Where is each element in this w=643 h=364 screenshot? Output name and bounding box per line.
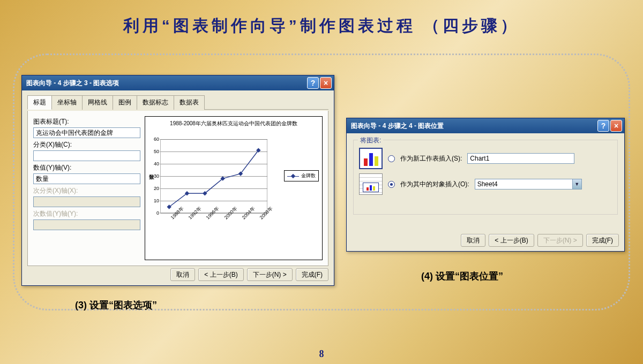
sheet-icon bbox=[359, 173, 383, 195]
label-as-object: 作为其中的对象插入(O): bbox=[400, 180, 469, 189]
help-button[interactable]: ? bbox=[307, 77, 319, 89]
tab-data-labels[interactable]: 数据标志 bbox=[137, 95, 174, 110]
label-new-sheet: 作为新工作表插入(S): bbox=[400, 154, 462, 163]
cancel-button[interactable]: 取消 bbox=[461, 234, 485, 247]
finish-button[interactable]: 完成(F) bbox=[586, 234, 619, 247]
legend-series-name: 金牌数 bbox=[301, 172, 316, 179]
input-x-axis[interactable] bbox=[33, 150, 140, 161]
close-button[interactable]: × bbox=[320, 77, 332, 89]
tab-axes[interactable]: 坐标轴 bbox=[51, 95, 83, 110]
tab-titles[interactable]: 标题 bbox=[27, 95, 52, 110]
tab-panel-titles: 图表标题(T): 分类(X)轴(C): 数值(Y)轴(V): 次分类(X)轴(X… bbox=[27, 111, 328, 266]
caption-step-4: (4) 设置“图表位置” bbox=[421, 270, 503, 283]
chart-preview-title: 1988-2008年六届奥林匹克运动会中国代表团的金牌数 bbox=[147, 120, 320, 127]
dialog3-title: 图表向导 - 4 步骤之 3 - 图表选项 bbox=[26, 79, 306, 88]
label-x2-axis: 次分类(X)轴(X): bbox=[33, 186, 140, 195]
titlebar[interactable]: 图表向导 - 4 步骤之 4 - 图表位置 ? × bbox=[347, 118, 624, 133]
dialog4-button-row: 取消 < 上一步(B) 下一步(N) > 完成(F) bbox=[461, 234, 619, 247]
next-button: 下一步(N) > bbox=[537, 234, 583, 247]
titlebar[interactable]: 图表向导 - 4 步骤之 3 - 图表选项 ? × bbox=[22, 75, 334, 90]
combo-target-sheet-input[interactable] bbox=[475, 179, 572, 189]
tab-gridlines[interactable]: 网格线 bbox=[82, 95, 113, 110]
tab-data-table[interactable]: 数据表 bbox=[174, 95, 205, 110]
location-groupbox: 将图表: 作为新工作表插入(S): 作为其中的对象插入(O): ▼ bbox=[353, 140, 618, 215]
help-button[interactable]: ? bbox=[597, 120, 609, 132]
chart-preview: 1988-2008年六届奥林匹克运动会中国代表团的金牌数 数量 01020304… bbox=[145, 116, 323, 260]
input-chart-title[interactable] bbox=[33, 127, 140, 138]
groupbox-title: 将图表: bbox=[358, 136, 383, 145]
combo-target-sheet[interactable]: ▼ bbox=[475, 179, 582, 189]
label-x-axis: 分类(X)轴(C): bbox=[33, 140, 140, 149]
dialog3-button-row: 取消 < 上一步(B) 下一步(N) > 完成(F) bbox=[170, 268, 328, 281]
page-number: 8 bbox=[0, 348, 643, 360]
option-new-sheet-row: 作为新工作表插入(S): bbox=[359, 146, 612, 171]
tab-legend[interactable]: 图例 bbox=[113, 95, 137, 110]
option-object-row: 作为其中的对象插入(O): ▼ bbox=[359, 171, 612, 197]
form-column: 图表标题(T): 分类(X)轴(C): 数值(Y)轴(V): 次分类(X)轴(X… bbox=[33, 116, 140, 260]
chevron-down-icon[interactable]: ▼ bbox=[572, 179, 582, 189]
legend-line-icon bbox=[287, 174, 299, 178]
input-x2-axis bbox=[33, 196, 140, 207]
input-new-sheet-name[interactable] bbox=[467, 153, 574, 164]
tab-strip: 标题 坐标轴 网格线 图例 数据标志 数据表 bbox=[27, 95, 328, 110]
radio-new-sheet[interactable] bbox=[388, 155, 395, 162]
caption-step-3: (3) 设置“图表选项” bbox=[75, 299, 157, 312]
slide-title: 利用“图表制作向导”制作图表过程 （四步骤） bbox=[0, 15, 643, 37]
label-y2-axis: 次数值(Y)轴(Y): bbox=[33, 209, 140, 218]
finish-button[interactable]: 完成(F) bbox=[296, 268, 328, 281]
next-button[interactable]: 下一步(N) > bbox=[247, 268, 293, 281]
dialog4-title: 图表向导 - 4 步骤之 4 - 图表位置 bbox=[351, 122, 596, 131]
label-chart-title: 图表标题(T): bbox=[33, 117, 140, 126]
input-y-axis[interactable] bbox=[33, 173, 140, 184]
chart-icon bbox=[359, 148, 383, 169]
chart-legend: 金牌数 bbox=[284, 170, 319, 181]
back-button[interactable]: < 上一步(B) bbox=[489, 234, 534, 247]
chart-wizard-step3-dialog: 图表向导 - 4 步骤之 3 - 图表选项 ? × 标题 坐标轴 网格线 图例 … bbox=[21, 75, 334, 286]
back-button[interactable]: < 上一步(B) bbox=[198, 268, 243, 281]
radio-as-object[interactable] bbox=[388, 181, 395, 188]
cancel-button[interactable]: 取消 bbox=[170, 268, 195, 281]
close-button[interactable]: × bbox=[610, 120, 622, 132]
chart-wizard-step4-dialog: 图表向导 - 4 步骤之 4 - 图表位置 ? × 将图表: 作为新工作表插入(… bbox=[346, 118, 625, 252]
input-y2-axis bbox=[33, 219, 140, 230]
label-y-axis: 数值(Y)轴(V): bbox=[33, 163, 140, 172]
